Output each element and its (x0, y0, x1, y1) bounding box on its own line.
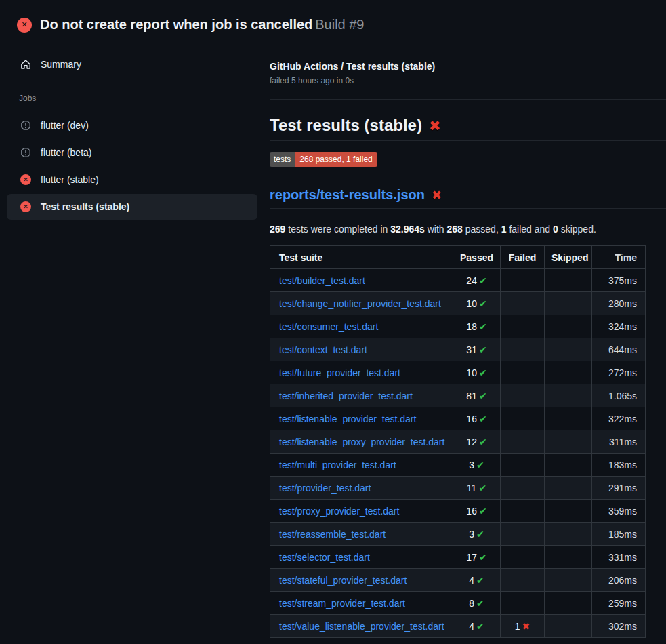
run-status-line: failed 5 hours ago in 0s (270, 75, 666, 87)
failed-cell (501, 430, 545, 454)
time-cell: 311ms (592, 430, 646, 454)
failed-cell (501, 361, 545, 384)
skipped-cell (545, 430, 592, 454)
test-suite-link[interactable]: test/multi_provider_test.dart (279, 460, 396, 470)
passed-cell: 3✔ (453, 454, 501, 477)
sidebar-item-summary[interactable]: Summary (7, 52, 257, 77)
skipped-cell (545, 546, 592, 569)
time-cell: 302ms (592, 615, 646, 638)
passed-cell: 16✔ (453, 500, 501, 523)
test-suite-link[interactable]: test/context_test.dart (279, 344, 367, 355)
failed-cell (501, 523, 545, 546)
sidebar-job-item[interactable]: flutter (beta) (7, 140, 257, 165)
failed-cell (501, 407, 545, 430)
skipped-cell (545, 269, 592, 292)
job-failed-icon: ✕ (20, 201, 31, 212)
skipped-cell (545, 384, 592, 407)
sidebar-job-item[interactable]: flutter (dev) (7, 113, 257, 138)
check-icon: ✔ (479, 506, 487, 517)
table-row: test/reassemble_test.dart3✔185ms (270, 523, 646, 546)
home-icon (20, 59, 31, 70)
test-suite-link[interactable]: test/change_notifier_provider_test.dart (279, 298, 441, 309)
test-suite-link[interactable]: test/stateful_provider_test.dart (279, 575, 407, 586)
failed-cell (501, 500, 545, 523)
passed-cell: 4✔ (453, 615, 501, 638)
table-row: test/value_listenable_provider_test.dart… (270, 615, 646, 638)
table-header-row: Test suite Passed Failed Skipped Time (270, 246, 646, 269)
test-suite-link[interactable]: test/stream_provider_test.dart (279, 598, 405, 609)
check-icon: ✔ (479, 390, 487, 401)
test-suite-link[interactable]: test/listenable_provider_test.dart (279, 414, 416, 424)
breadcrumb: GitHub Actions / Test results (stable) (270, 60, 666, 73)
check-icon: ✔ (476, 575, 484, 586)
test-suite-link[interactable]: test/builder_test.dart (279, 275, 365, 286)
passed-cell: 16✔ (453, 407, 501, 430)
tests-summary-text: 269 tests were completed in 32.964s with… (270, 222, 666, 236)
time-cell: 280ms (592, 292, 646, 315)
test-suite-link[interactable]: test/reassemble_test.dart (279, 529, 386, 540)
summary-segment: 0 (553, 224, 558, 235)
job-cancelled-icon (20, 120, 31, 131)
passed-cell: 3✔ (453, 523, 501, 546)
section-title: Test results (stable) ✖ (270, 116, 666, 141)
run-title: Do not create report when job is cancell… (40, 17, 312, 32)
summary-segment: passed, (463, 224, 501, 235)
cross-icon: ✖ (522, 621, 530, 632)
sidebar-summary-label: Summary (41, 59, 81, 70)
check-icon: ✔ (479, 298, 487, 309)
table-row: test/context_test.dart31✔644ms (270, 338, 646, 361)
test-suite-link[interactable]: test/provider_test.dart (279, 483, 371, 494)
sidebar-job-item[interactable]: ✕flutter (stable) (7, 167, 257, 193)
col-test-suite: Test suite (270, 246, 453, 269)
run-header: ✕ Do not create report when job is cance… (0, 0, 666, 38)
test-suite-link[interactable]: test/inherited_provider_test.dart (279, 390, 413, 401)
passed-cell: 8✔ (453, 592, 501, 615)
time-cell: 322ms (592, 407, 646, 430)
check-icon: ✔ (479, 437, 487, 447)
time-cell: 644ms (592, 338, 646, 361)
test-suite-link[interactable]: test/value_listenable_provider_test.dart (279, 621, 444, 632)
test-suite-link[interactable]: test/selector_test.dart (279, 552, 370, 563)
check-icon: ✔ (476, 460, 484, 470)
check-icon: ✔ (479, 275, 487, 286)
sidebar: Summary Jobs flutter (dev)flutter (beta)… (0, 38, 264, 220)
skipped-cell (545, 361, 592, 384)
build-number: Build #9 (315, 17, 364, 32)
failed-cell: 1✖ (501, 615, 545, 638)
skipped-cell (545, 407, 592, 430)
time-cell: 183ms (592, 454, 646, 477)
check-icon: ✔ (479, 414, 487, 424)
report-file-link[interactable]: reports/test-results.json (270, 187, 425, 203)
skipped-cell (545, 477, 592, 500)
sidebar-job-item[interactable]: ✕Test results (stable) (7, 194, 257, 220)
tests-badge: tests 268 passed, 1 failed (270, 152, 377, 167)
table-row: test/future_provider_test.dart10✔272ms (270, 361, 646, 384)
summary-segment: skipped. (558, 224, 596, 235)
failed-cell (501, 269, 545, 292)
test-suite-link[interactable]: test/future_provider_test.dart (279, 367, 400, 378)
time-cell: 324ms (592, 315, 646, 338)
time-cell: 1.065s (592, 384, 646, 407)
table-row: test/proxy_provider_test.dart16✔359ms (270, 500, 646, 523)
failed-cell (501, 592, 545, 615)
check-icon: ✔ (478, 483, 486, 494)
test-suite-link[interactable]: test/listenable_proxy_provider_test.dart (279, 437, 444, 447)
test-suite-link[interactable]: test/proxy_provider_test.dart (279, 506, 399, 517)
table-row: test/provider_test.dart11✔291ms (270, 477, 646, 500)
skipped-cell (545, 523, 592, 546)
report-title: reports/test-results.json ✖ (270, 187, 666, 209)
check-icon: ✔ (476, 621, 484, 632)
job-cancelled-icon (20, 147, 31, 158)
table-row: test/listenable_provider_test.dart16✔322… (270, 407, 646, 430)
failed-cell (501, 338, 545, 361)
table-row: test/selector_test.dart17✔331ms (270, 546, 646, 569)
tests-badge-value: 268 passed, 1 failed (295, 152, 377, 167)
check-icon: ✔ (479, 321, 487, 332)
test-suite-link[interactable]: test/consumer_test.dart (279, 321, 378, 332)
time-cell: 206ms (592, 569, 646, 592)
passed-cell: 12✔ (453, 430, 501, 454)
time-cell: 291ms (592, 477, 646, 500)
failed-cell (501, 569, 545, 592)
time-cell: 272ms (592, 361, 646, 384)
job-label: flutter (dev) (41, 120, 89, 131)
